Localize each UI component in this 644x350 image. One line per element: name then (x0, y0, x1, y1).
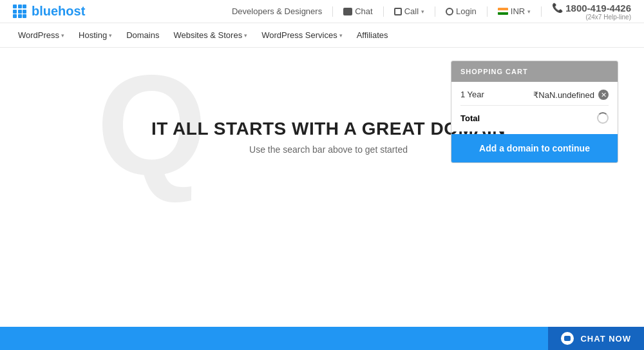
divider-1 (332, 6, 333, 17)
chat-bubble-inner-icon (564, 336, 571, 341)
nav-bar: WordPress ▾ Hosting ▾ Domains Websites &… (0, 23, 644, 48)
top-bar-links: Developers & Designers Chat Call ▾ Login… (232, 3, 631, 21)
nav-items: WordPress ▾ Hosting ▾ Domains Websites &… (13, 23, 393, 48)
brand-name[interactable]: bluehost (32, 4, 85, 19)
nav-item-domains[interactable]: Domains (121, 23, 164, 48)
flag-icon (498, 8, 508, 15)
main-content: Q IT ALL STARTS WITH A GREAT DOMAIN Use … (0, 48, 644, 325)
inr-chevron-icon: ▾ (527, 8, 531, 15)
chat-bubble-icon (343, 8, 352, 15)
top-bar: bluehost Developers & Designers Chat Cal… (0, 0, 644, 23)
nav-item-websites-stores[interactable]: Websites & Stores ▾ (168, 23, 252, 48)
shopping-cart-panel: SHOPPING CART 1 Year ₹NaN.undefined ✕ To… (451, 61, 618, 163)
cart-remove-button[interactable]: ✕ (598, 90, 609, 100)
nav-item-hosting[interactable]: Hosting ▾ (73, 23, 117, 48)
divider-2 (383, 6, 384, 17)
hosting-chevron-icon: ▾ (109, 32, 112, 39)
nav-item-wordpress[interactable]: WordPress ▾ (13, 23, 70, 48)
inr-link[interactable]: INR ▾ (498, 6, 531, 16)
phone-icon-blue: 📞 (552, 3, 563, 13)
phone-icon (394, 8, 402, 15)
user-icon (446, 8, 453, 15)
bottom-bar (0, 327, 644, 350)
cart-row-right: ₹NaN.undefined ✕ (533, 90, 609, 100)
cart-body: 1 Year ₹NaN.undefined ✕ Total (451, 82, 618, 131)
cart-header: SHOPPING CART (451, 61, 618, 82)
phone-sub: (24x7 Help-line) (552, 14, 631, 21)
cart-cta-button[interactable]: Add a domain to continue (451, 134, 618, 162)
logo-grid-icon (13, 5, 26, 18)
divider-3 (435, 6, 435, 17)
chat-now-label: CHAT NOW (580, 334, 631, 344)
cart-loading-spinner (597, 112, 609, 124)
phone-area: 📞 1800-419-4426 (24x7 Help-line) (552, 3, 631, 21)
cart-row-label: 1 Year (460, 90, 484, 99)
phone-link[interactable]: 📞 1800-419-4426 (552, 3, 631, 14)
developers-link[interactable]: Developers & Designers (232, 6, 322, 16)
cart-row-value: ₹NaN.undefined (533, 90, 594, 100)
cart-row: 1 Year ₹NaN.undefined ✕ (460, 90, 609, 106)
login-link[interactable]: Login (446, 6, 477, 16)
divider-4 (487, 6, 488, 17)
nav-item-affiliates[interactable]: Affiliates (352, 23, 393, 48)
chat-now-icon (561, 332, 574, 345)
websites-chevron-icon: ▾ (244, 32, 247, 39)
divider-5 (541, 6, 542, 17)
call-link[interactable]: Call ▾ (394, 6, 424, 16)
services-chevron-icon: ▾ (339, 32, 343, 39)
chat-now-button[interactable]: CHAT NOW (548, 327, 644, 350)
nav-item-wordpress-services[interactable]: WordPress Services ▾ (256, 23, 348, 48)
chat-link[interactable]: Chat (343, 6, 372, 16)
cart-total-label: Total (460, 113, 480, 123)
logo-area: bluehost (13, 4, 85, 19)
call-chevron-icon: ▾ (421, 8, 424, 15)
wordpress-chevron-icon: ▾ (61, 32, 64, 39)
cart-total: Total (460, 106, 609, 124)
